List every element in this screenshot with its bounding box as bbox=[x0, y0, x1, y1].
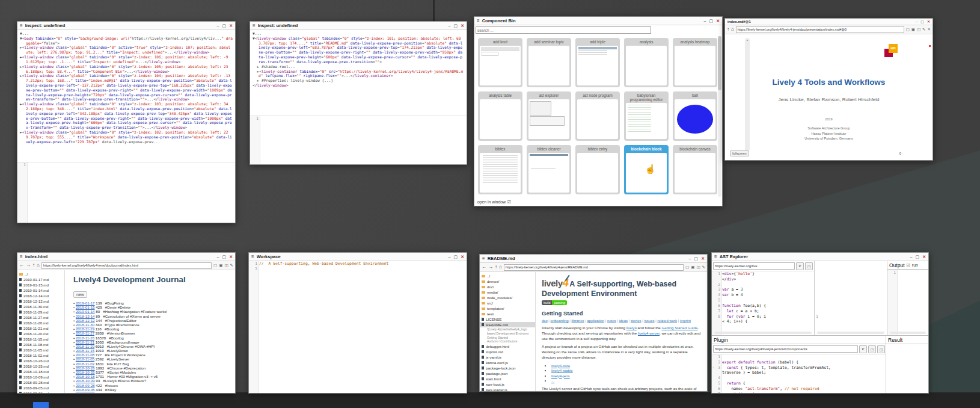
file-item[interactable]: 2018-11-29.md bbox=[17, 309, 64, 315]
doc-link[interactable]: notes bbox=[607, 319, 616, 323]
minimize-button[interactable]: – bbox=[910, 255, 913, 259]
code-line[interactable]: 1// A Self-supporting, Web-based Develop… bbox=[249, 261, 467, 267]
entry-date-link[interactable]: 2018-09-28 bbox=[76, 383, 95, 388]
git-branch-button[interactable]: P bbox=[796, 262, 804, 270]
window-readme[interactable]: ≡ README.md – ▢ ✕ ← → ↑ ⌂ https://lively… bbox=[479, 254, 708, 392]
code-line[interactable]: < 4; i++) { bbox=[712, 319, 814, 324]
minimize-button[interactable]: – bbox=[449, 23, 451, 28]
dom-tree-node[interactable]: ►<lively-window class="global" tabindex=… bbox=[20, 55, 233, 64]
folder-item[interactable]: src/ bbox=[480, 300, 535, 306]
folder-icon[interactable]: ▣ bbox=[911, 28, 915, 32]
component-item[interactable]: bibtex cleaner bbox=[527, 145, 571, 194]
maximize-button[interactable]: ▢ bbox=[920, 20, 924, 23]
component-item[interactable]: add seminar topic bbox=[527, 38, 571, 87]
dom-tree-node[interactable]: ▼<lively-window class="global" tabindex=… bbox=[253, 36, 464, 64]
close-button[interactable]: ✕ bbox=[461, 23, 464, 28]
entry-date-link[interactable]: 2019-01-14 bbox=[76, 309, 95, 314]
file-item[interactable]: 2018-10-09.md bbox=[17, 374, 64, 380]
outline-item[interactable]: Authors / Contributors bbox=[480, 339, 535, 344]
save-icon[interactable]: ◫ bbox=[917, 28, 920, 32]
code-line[interactable]: 2 bbox=[712, 282, 814, 288]
folder-icon[interactable]: ▣ bbox=[219, 264, 222, 268]
window-ast-explorer[interactable]: ≡ AST Explorer – ▢ ✕ https://lively-kern… bbox=[711, 252, 929, 394]
component-item[interactable]: ball bbox=[673, 91, 717, 141]
titlebar[interactable]: ≡ Inspect: undefined – ▢ ✕ bbox=[250, 22, 467, 30]
outline-item[interactable]: based Development Environm bbox=[480, 332, 535, 336]
new-file-icon[interactable]: ▢ bbox=[213, 264, 217, 268]
repo-link[interactable]: lively4-jens bbox=[551, 374, 570, 378]
git-branch-button[interactable]: P bbox=[859, 345, 867, 353]
up-icon[interactable]: ↑ bbox=[727, 27, 729, 32]
save-icon[interactable]: ◫ bbox=[224, 264, 228, 268]
file-item[interactable]: 2018-10-26.md bbox=[17, 358, 64, 363]
dom-tree-node[interactable]: ►<lively-window class="global" tabindex=… bbox=[20, 45, 233, 55]
file-item[interactable]: 2018-12-12.md bbox=[17, 298, 64, 304]
component-item[interactable]: add knot bbox=[478, 38, 522, 87]
minimize-button[interactable]: – bbox=[449, 255, 451, 259]
code-line[interactable]: 1 bbox=[712, 354, 886, 360]
entry-date-link[interactable]: 2018-11-08 bbox=[76, 353, 94, 357]
folder-item[interactable]: node_modules/ bbox=[480, 295, 535, 300]
component-item[interactable]: blockchain canvas bbox=[673, 145, 717, 194]
file-item[interactable]: imprint.md bbox=[480, 349, 535, 354]
titlebar[interactable]: ≡ Component Bin – ▢ ✕ bbox=[474, 17, 722, 25]
up-icon[interactable]: ↑ bbox=[495, 265, 497, 270]
folder-item[interactable]: media/ bbox=[480, 289, 535, 295]
code-line[interactable]: </div> bbox=[712, 277, 814, 282]
entry-date-link[interactable]: 2018-10-25 bbox=[76, 370, 95, 374]
code-line[interactable]: 6function foo(a,b) { bbox=[712, 303, 814, 309]
doc-link[interactable]: related work bbox=[657, 319, 677, 323]
entry-date-link[interactable]: 2018-12-14 bbox=[76, 314, 95, 318]
code-line[interactable]: 5 bbox=[712, 298, 814, 303]
window-inspector-1[interactable]: ≡ Inspect: undefined – ▢ ✕ ▼...▼<body ta… bbox=[17, 21, 236, 223]
file-item[interactable]: 2018-09-28.md bbox=[17, 380, 64, 385]
file-item[interactable]: LICENSE bbox=[480, 317, 535, 322]
file-item[interactable]: 2018-11-26.md bbox=[17, 320, 64, 326]
maximize-button[interactable]: ▢ bbox=[916, 255, 920, 259]
minimize-button[interactable]: – bbox=[916, 20, 917, 23]
menu-icon[interactable]: ≡ bbox=[20, 255, 23, 259]
code-line[interactable]: 1<div>{'hello'} bbox=[712, 271, 814, 277]
entry-date-link[interactable]: 2018-10-18 bbox=[76, 374, 95, 379]
tree-pane[interactable]: 1 bbox=[815, 261, 887, 335]
dom-tree[interactable]: ▼...▼<lively-window class="global" tabin… bbox=[250, 30, 467, 116]
close-button[interactable]: ✕ bbox=[716, 19, 720, 23]
entry-date-link[interactable]: 2018-11-05 bbox=[76, 357, 94, 361]
horizontal-scrollbar[interactable] bbox=[714, 332, 812, 334]
inline-link[interactable]: lively4-server bbox=[638, 331, 660, 335]
save-button[interactable]: ◫ bbox=[877, 345, 885, 353]
dom-tree-node[interactable]: </lively-window> bbox=[253, 83, 464, 88]
titlebar[interactable]: ≡ Inspect: undefined – ▢ ✕ bbox=[17, 22, 235, 30]
entry-date-link[interactable]: 2018-11-21 bbox=[76, 340, 94, 344]
dom-tree-node[interactable]: ▼<body tabindex="0" style="background-im… bbox=[20, 36, 233, 46]
dom-tree-node[interactable]: ► #Properties: lively-window {...} bbox=[253, 78, 464, 83]
folder-item[interactable]: test/ bbox=[480, 311, 535, 317]
menu-icon[interactable]: ≡ bbox=[714, 255, 717, 259]
address-bar[interactable]: https://lively-kernel.org/lively4/lively… bbox=[504, 264, 684, 271]
close-button[interactable]: ✕ bbox=[927, 20, 930, 23]
horizontal-scrollbar[interactable] bbox=[890, 332, 926, 334]
run-checkbox[interactable]: ☑ bbox=[907, 263, 910, 268]
entry-date-link[interactable]: 2018-10-09 bbox=[76, 379, 95, 383]
entry-date-link[interactable]: 2018-09-03 bbox=[76, 392, 95, 393]
dom-tree-node[interactable]: ▼... bbox=[253, 31, 464, 36]
new-file-icon[interactable]: ▢ bbox=[906, 28, 910, 32]
menu-icon[interactable]: ≡ bbox=[482, 256, 485, 261]
maximize-button[interactable]: ▢ bbox=[454, 23, 458, 28]
code-line[interactable]: 7 let c = a + b; bbox=[712, 309, 814, 314]
close-button[interactable]: ✕ bbox=[229, 255, 233, 259]
back-icon[interactable]: ← bbox=[19, 263, 24, 268]
home-icon[interactable]: ⌂ bbox=[499, 265, 502, 270]
menu-icon[interactable]: ≡ bbox=[477, 19, 480, 23]
entry-date-link[interactable]: 2018-11-27 bbox=[76, 331, 94, 335]
file-item-selected[interactable]: README.md bbox=[480, 322, 535, 327]
close-button[interactable]: ✕ bbox=[922, 255, 926, 259]
open-external-button[interactable]: ◳ bbox=[868, 345, 876, 353]
inline-link[interactable]: Getting Started Guide bbox=[661, 326, 697, 330]
doc-link[interactable]: onboarding bbox=[551, 319, 569, 323]
file-item[interactable]: start.html bbox=[480, 376, 535, 382]
save-icon[interactable]: ◫ bbox=[696, 265, 700, 270]
horizontal-scrollbar[interactable] bbox=[817, 332, 884, 334]
file-item[interactable]: 2018-09-03.md bbox=[17, 391, 64, 393]
file-item[interactable]: 2019-01-15.md bbox=[17, 282, 64, 288]
